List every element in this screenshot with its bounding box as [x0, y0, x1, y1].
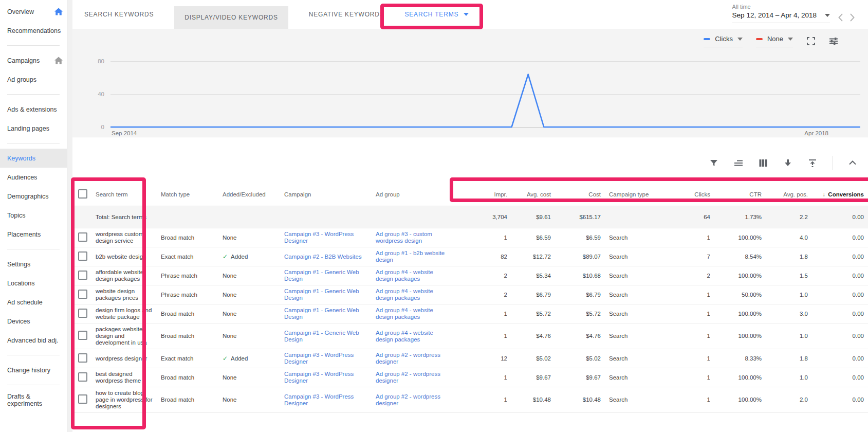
- ad-group-link[interactable]: Ad group #4 - website design packages: [376, 330, 433, 343]
- home-icon: [54, 57, 63, 64]
- tab-display-video-keywords[interactable]: DISPLAY/VIDEO KEYWORDS: [174, 6, 288, 29]
- sidebar-item-placements[interactable]: Placements: [0, 225, 67, 244]
- segment-icon[interactable]: [734, 158, 743, 168]
- campaign-link[interactable]: Campaign #3 - WordPress Designer: [284, 231, 354, 244]
- ad-group-link[interactable]: Ad group #2 - wordpress designer: [376, 352, 440, 365]
- sidebar-item-audiences[interactable]: Audiences: [0, 168, 67, 187]
- campaign-link[interactable]: Campaign #1 - Generic Web Design: [284, 269, 359, 282]
- campaign-link[interactable]: Campaign #3 - WordPress Designer: [284, 393, 354, 406]
- campaign-link[interactable]: Campaign #3 - WordPress Designer: [284, 352, 354, 365]
- row-checkbox[interactable]: [78, 271, 87, 280]
- ctr-cell: 100.00%: [714, 387, 766, 413]
- ad-group-link[interactable]: Ad group #4 - website design packages: [376, 269, 433, 282]
- added-excluded-cell: None: [218, 323, 280, 349]
- campaign-link[interactable]: Campaign #1 - Generic Web Design: [284, 288, 359, 301]
- columns-icon[interactable]: [759, 158, 768, 168]
- avg-pos-cell: 1.5: [766, 266, 812, 285]
- col-header-conversions[interactable]: ↓Conversions: [812, 183, 868, 206]
- sidebar-item-drafts-experiments[interactable]: Drafts & experiments: [0, 390, 67, 409]
- ad-group-link[interactable]: Ad group #2 - wordpress designer: [376, 393, 440, 406]
- sidebar-item-label: Change history: [7, 367, 50, 374]
- fullscreen-icon[interactable]: [806, 37, 816, 46]
- ad-group-link[interactable]: Ad group #3 - custom wordpress design: [376, 231, 432, 244]
- tab-negative-keywords[interactable]: NEGATIVE KEYWORDS: [309, 0, 384, 29]
- campaign-cell: Campaign #1 - Generic Web Design: [280, 304, 372, 323]
- campaign-type-cell: Search: [605, 247, 668, 266]
- ad-group-link[interactable]: Ad group #4 - website design packages: [376, 288, 433, 301]
- table-header-row: Search term Match type Added/Excluded Ca…: [72, 183, 868, 206]
- cost-cell: $6.79: [555, 285, 605, 304]
- row-checkbox[interactable]: [78, 232, 87, 242]
- ad-group-link[interactable]: Ad group #4 - website design packages: [376, 307, 433, 320]
- col-header-campaign[interactable]: Campaign: [280, 183, 372, 206]
- row-checkbox[interactable]: [78, 372, 87, 382]
- total-avg-pos: 2.2: [766, 206, 812, 228]
- metric-2-dropdown[interactable]: None: [756, 35, 793, 47]
- sidebar-item-ad-schedule[interactable]: Ad schedule: [0, 293, 67, 312]
- sidebar-item-recommendations[interactable]: Recommendations: [0, 21, 67, 40]
- total-campaign-type: [605, 206, 668, 228]
- expand-rows-icon[interactable]: [808, 158, 817, 168]
- col-header-added-excluded[interactable]: Added/Excluded: [218, 183, 280, 206]
- date-range-selector[interactable]: Sep 12, 2014 – Apr 4, 2018: [732, 11, 830, 23]
- campaign-link[interactable]: Campaign #3 - WordPress Designer: [284, 371, 354, 384]
- campaign-type-cell: Search: [605, 387, 668, 413]
- sidebar-item-topics[interactable]: Topics: [0, 206, 67, 225]
- sidebar-item-ads-extensions[interactable]: Ads & extensions: [0, 100, 67, 119]
- search-terms-table: Search term Match type Added/Excluded Ca…: [72, 183, 868, 413]
- match-type-cell: Broad match: [157, 304, 218, 323]
- sidebar-item-locations[interactable]: Locations: [0, 274, 67, 293]
- sidebar-item-ad-groups[interactable]: Ad groups: [0, 70, 67, 89]
- impr-cell: 2: [452, 285, 511, 304]
- ad-group-link[interactable]: Ad group #1 - b2b website design: [376, 250, 445, 263]
- row-checkbox[interactable]: [78, 353, 87, 363]
- col-header-impr[interactable]: Impr.: [452, 183, 511, 206]
- col-header-match-type[interactable]: Match type: [157, 183, 218, 206]
- previous-period-button[interactable]: [838, 13, 843, 22]
- tab-search-terms[interactable]: SEARCH TERMS: [405, 0, 469, 29]
- col-header-campaign-type[interactable]: Campaign type: [605, 183, 668, 206]
- tab-label: SEARCH KEYWORDS: [84, 11, 154, 18]
- col-header-ctr[interactable]: CTR: [714, 183, 766, 206]
- collapse-table-icon[interactable]: [848, 159, 857, 167]
- col-header-clicks[interactable]: Clicks: [668, 183, 714, 206]
- row-checkbox[interactable]: [78, 290, 87, 299]
- toolbar-divider: [833, 156, 833, 170]
- tab-search-keywords[interactable]: SEARCH KEYWORDS: [84, 0, 154, 29]
- select-all-checkbox[interactable]: [78, 189, 87, 199]
- sidebar-item-landing-pages[interactable]: Landing pages: [0, 119, 67, 138]
- table-row-design-firm-logos-and-website-package: design firm logos and website packageBro…: [72, 304, 868, 323]
- campaign-link[interactable]: Campaign #1 - Generic Web Design: [284, 307, 359, 320]
- sidebar-item-demographics[interactable]: Demographics: [0, 187, 67, 206]
- col-header-avg-pos[interactable]: Avg. pos.: [766, 183, 812, 206]
- avg-pos-cell: 1.0: [766, 285, 812, 304]
- col-header-cost[interactable]: Cost: [555, 183, 605, 206]
- next-period-button[interactable]: [850, 13, 855, 22]
- sidebar-item-devices[interactable]: Devices: [0, 312, 67, 331]
- campaign-link[interactable]: Campaign #2 - B2B Websites: [284, 254, 362, 260]
- sidebar-item-overview[interactable]: Overview: [0, 2, 67, 21]
- campaign-link[interactable]: Campaign #1 - Generic Web Design: [284, 330, 359, 343]
- sidebar-item-settings[interactable]: Settings: [0, 255, 67, 274]
- row-checkbox[interactable]: [78, 331, 87, 340]
- row-checkbox[interactable]: [78, 251, 87, 261]
- ad-group-link[interactable]: Ad group #2 - wordpress designer: [376, 371, 440, 384]
- sidebar-item-change-history[interactable]: Change history: [0, 361, 67, 380]
- filter-icon[interactable]: [709, 158, 718, 168]
- clicks-cell: 1: [668, 304, 714, 323]
- col-header-search-term[interactable]: Search term: [93, 183, 157, 206]
- ctr-cell: 100.00%: [714, 228, 766, 247]
- metric-1-dropdown[interactable]: Clicks: [704, 35, 743, 47]
- row-checkbox[interactable]: [78, 309, 87, 318]
- col-header-avg-cost[interactable]: Avg. cost: [511, 183, 555, 206]
- sidebar-item-campaigns[interactable]: Campaigns: [0, 51, 67, 70]
- sidebar-scrollbar[interactable]: [67, 0, 72, 432]
- campaign-cell: Campaign #3 - WordPress Designer: [280, 349, 372, 368]
- col-header-ad-group[interactable]: Ad group: [372, 183, 452, 206]
- sidebar-item-advanced-bid-adj[interactable]: Advanced bid adj.: [0, 331, 67, 350]
- chart-settings-icon[interactable]: [829, 37, 838, 46]
- download-icon[interactable]: [783, 158, 792, 168]
- sidebar-item-keywords[interactable]: Keywords: [0, 149, 67, 168]
- table-row-website-design-packages-prices: website design packages pricesPhrase mat…: [72, 285, 868, 304]
- row-checkbox[interactable]: [78, 394, 87, 404]
